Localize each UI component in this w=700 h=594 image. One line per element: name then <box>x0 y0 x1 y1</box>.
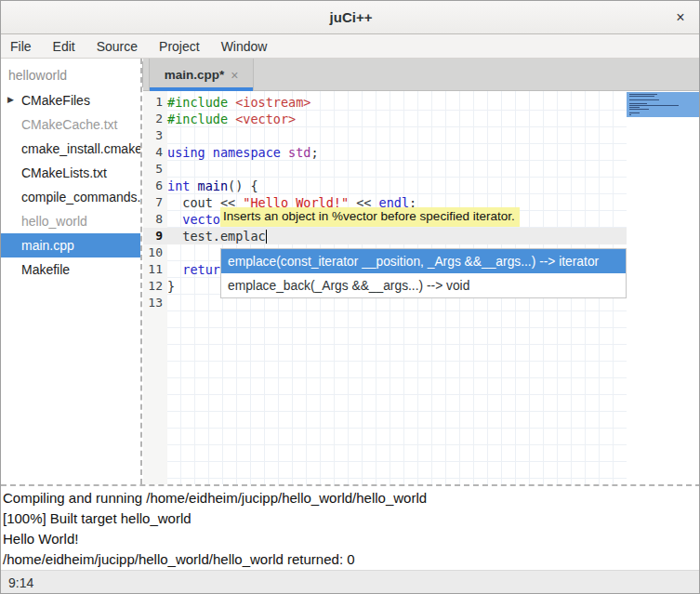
project-root-label[interactable]: helloworld <box>1 59 140 88</box>
code-line[interactable]: 1#include <iostream> <box>143 94 627 111</box>
file-tree-item-main-cpp[interactable]: main.cpp <box>1 233 140 257</box>
minimap-line <box>629 107 640 108</box>
code-line[interactable]: 3 <box>143 127 627 144</box>
line-number: 4 <box>143 144 167 161</box>
file-name: main.cpp <box>21 238 74 253</box>
minimap[interactable] <box>627 91 700 484</box>
line-number: 11 <box>143 261 167 278</box>
title-bar: juCi++ × <box>1 1 700 34</box>
completion-item[interactable]: emplace_back(_Args &&__args...) --> void <box>221 273 626 297</box>
menu-source[interactable]: Source <box>97 36 147 57</box>
tab-bar: main.cpp* × <box>143 59 700 91</box>
minimap-line <box>629 114 631 115</box>
file-tree-item-cmakecache-txt[interactable]: CMakeCache.txt <box>1 112 140 137</box>
status-bar: 9:14 <box>1 570 700 594</box>
doc-tooltip-text: Inserts an object in %vector before spec… <box>223 209 515 223</box>
line-number: 13 <box>143 295 167 311</box>
minimap-line <box>629 103 647 104</box>
code-line[interactable]: 2#include <vector> <box>143 111 627 127</box>
line-number: 9 <box>143 228 167 244</box>
code-text <box>167 127 627 144</box>
jucipp-window: { "window": { "title": "juCi++", "close_… <box>0 0 700 594</box>
file-name: cmake_install.cmake <box>21 141 140 156</box>
expander-icon[interactable]: ▶ <box>7 95 14 104</box>
line-number: 2 <box>143 111 167 127</box>
code-text: test.emplac <box>167 228 627 244</box>
main-area: helloworld ▶CMakeFilesCMakeCache.txtcmak… <box>1 59 700 484</box>
code-text: #include <vector> <box>167 111 627 127</box>
source-editor[interactable]: 1#include <iostream>2#include <vector>34… <box>143 91 700 484</box>
line-number: 6 <box>143 178 167 194</box>
code-text: #include <iostream> <box>167 94 627 111</box>
minimap-line <box>629 105 679 106</box>
output-line: Compiling and running /home/eidheim/juci… <box>3 488 700 508</box>
line-number: 10 <box>143 244 167 261</box>
output-line: Hello World! <box>3 529 700 549</box>
output-line: /home/eidheim/jucipp/hello_world/hello_w… <box>3 549 700 570</box>
line-number: 8 <box>143 211 167 228</box>
output-line: [100%] Built target hello_world <box>3 508 700 529</box>
code-line[interactable]: 9 test.emplac <box>143 228 627 244</box>
tab-label: main.cpp* <box>165 68 225 82</box>
code-line[interactable]: 6int main() { <box>143 178 627 194</box>
doc-tooltip: Inserts an object in %vector before spec… <box>220 207 520 227</box>
completion-popup: emplace(const_iterator __position, _Args… <box>220 248 627 298</box>
code-line[interactable]: 5 <box>143 161 627 178</box>
file-tree: helloworld ▶CMakeFilesCMakeCache.txtcmak… <box>1 59 140 484</box>
minimap-line <box>629 96 654 97</box>
code-line[interactable]: 4using namespace std; <box>143 144 627 161</box>
file-tree-item-compile-commands-json[interactable]: compile_commands.json <box>1 185 140 209</box>
file-name: CMakeLists.txt <box>21 165 107 180</box>
minimap-line <box>629 99 659 100</box>
line-number: 7 <box>143 194 167 211</box>
file-tree-item-cmakefiles[interactable]: ▶CMakeFiles <box>1 88 140 112</box>
pane-separator-vertical[interactable] <box>140 59 142 484</box>
tab-close-icon[interactable]: × <box>231 68 238 83</box>
file-name: CMakeFiles <box>21 93 90 108</box>
file-name: compile_commands.json <box>21 190 140 205</box>
editor-pane: main.cpp* × 1#include <iostream>2#includ… <box>143 59 700 484</box>
file-tree-item-hello-world[interactable]: hello_world <box>1 209 140 233</box>
file-name: hello_world <box>21 214 87 229</box>
code-text: int main() { <box>167 178 627 194</box>
file-tree-item-cmake-install-cmake[interactable]: cmake_install.cmake <box>1 137 140 161</box>
line-number: 1 <box>143 94 167 111</box>
minimap-line <box>629 112 640 113</box>
menu-window[interactable]: Window <box>221 36 277 57</box>
build-output-panel: Compiling and running /home/eidheim/juci… <box>1 487 700 570</box>
cursor-position: 9:14 <box>8 575 33 590</box>
code-text <box>167 161 627 178</box>
minimap-viewport[interactable] <box>627 92 700 117</box>
close-icon[interactable]: × <box>671 8 690 27</box>
text-cursor <box>266 230 267 244</box>
menu-bar: File Edit Source Project Window <box>1 34 700 59</box>
file-name: CMakeCache.txt <box>21 117 117 132</box>
minimap-line <box>629 94 657 95</box>
line-number: 5 <box>143 161 167 178</box>
line-number: 3 <box>143 127 167 144</box>
completion-item[interactable]: emplace(const_iterator __position, _Args… <box>221 249 626 273</box>
tab-main-cpp[interactable]: main.cpp* × <box>149 59 254 91</box>
file-tree-item-cmakelists-txt[interactable]: CMakeLists.txt <box>1 161 140 185</box>
menu-file[interactable]: File <box>10 36 41 57</box>
menu-project[interactable]: Project <box>159 36 209 57</box>
minimap-line <box>629 109 649 110</box>
file-name: Makefile <box>21 262 70 277</box>
line-number: 12 <box>143 278 167 295</box>
window-title: juCi++ <box>330 9 373 25</box>
menu-edit[interactable]: Edit <box>53 36 85 57</box>
file-tree-item-makefile[interactable]: Makefile <box>1 257 140 282</box>
code-text: using namespace std; <box>167 144 627 161</box>
